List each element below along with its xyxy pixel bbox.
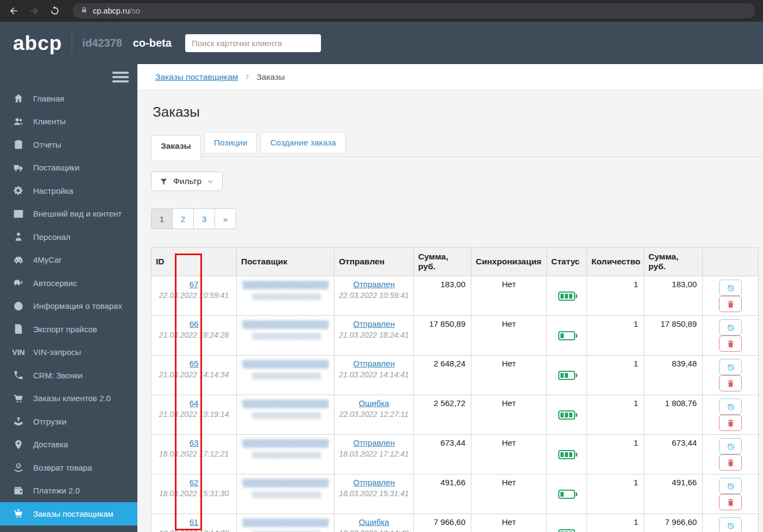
tab-create-order[interactable]: Создание заказа [260,132,345,154]
page-button-»[interactable]: » [215,208,236,229]
delivery-icon [12,439,25,450]
sent-status-link[interactable]: Отправлен [353,438,394,447]
wallet-icon [12,485,25,496]
sidebar-item-label: 4MyCar [33,255,62,264]
autoservice-icon [12,277,25,288]
tab-positions[interactable]: Позиции [204,132,257,154]
chevron-down-icon [207,178,214,185]
sum-rub-2: 17 850,89 [644,316,703,356]
filter-button[interactable]: Фильтр [151,172,223,191]
tab-orders[interactable]: Заказы [151,135,201,160]
sidebar-item-price-export[interactable]: XЭкспорт прайсов [0,318,137,341]
delete-button[interactable] [719,415,742,431]
sum-rub-2: 491,66 [644,474,703,514]
delete-button[interactable] [719,296,742,312]
sum-rub: 17 850,89 [414,316,471,356]
delete-button[interactable] [719,454,742,471]
sidebar-item-staff[interactable]: Персонал [0,225,137,249]
sidebar-item-suppliers[interactable]: Поставщики [0,156,137,180]
order-id-link[interactable]: 66 [190,319,199,328]
page-button-2[interactable]: 2 [172,208,194,229]
sidebar-item-4mycar[interactable]: 4MyCar [0,249,137,272]
address-bar[interactable]: cp.abcp.ru/so [73,3,755,18]
order-id-link[interactable]: 64 [190,398,199,408]
sum-rub-2: 7 966,60 [644,514,703,532]
column-header: Статус [547,248,587,276]
history-button[interactable] [719,517,742,532]
history-button[interactable] [719,319,742,335]
table-row: 62 18.03.2022 15:31:30 Отправлен 18.03.2… [152,474,759,514]
sent-date: 22.03.2022 10:59:41 [339,291,409,300]
breadcrumb-parent-link[interactable]: Заказы поставщикам [155,72,238,82]
column-header: Отправлен [335,248,414,276]
history-button[interactable] [719,478,742,494]
sidebar-item-delivery[interactable]: Доставка [0,433,137,457]
battery-icon-3-bars [558,292,575,301]
sum-rub: 7 966,60 [414,514,471,532]
env-label: co-beta [133,37,172,49]
history-button[interactable] [719,398,742,415]
sum-rub-2: 1 808,76 [644,395,703,435]
order-id-link[interactable]: 61 [190,517,199,527]
sync-value: Нет [471,316,547,356]
history-button[interactable] [719,280,742,296]
page-title: Заказы [153,104,763,121]
forward-arrow-icon[interactable] [28,5,40,17]
sidebar-item-home[interactable]: Главная [0,87,137,110]
delete-button[interactable] [719,375,742,391]
sidebar-item-client-orders[interactable]: Заказы клиентов 2.0 [0,387,137,410]
hamburger-menu-icon[interactable] [112,72,129,83]
order-created-date: 21.03.2022 18:24:28 [156,331,232,339]
sidebar-item-returns[interactable]: Возврат товара [0,456,137,479]
sidebar-item-reports[interactable]: Отчеты [0,133,137,156]
sidebar-item-shipments[interactable]: Отгрузки [0,410,137,433]
sidebar-item-appearance[interactable]: Внешний вид и контент [0,202,137,226]
logo-divider [72,33,72,53]
sidebar-item-supplier-orders[interactable]: Заказы поставщикам [0,502,137,525]
sum-rub: 491,66 [414,474,471,514]
history-button[interactable] [719,359,742,375]
home-icon [12,93,25,104]
order-id-link[interactable]: 67 [190,280,199,289]
sent-status-link[interactable]: Ошибка [359,398,389,408]
appearance-icon [12,208,25,219]
sidebar-item-payments[interactable]: Платежи 2.0 [0,479,137,503]
page-button-3[interactable]: 3 [193,208,215,229]
sidebar-item-autoservice[interactable]: Автосервис [0,271,137,295]
sidebar-item-label: Отгрузки [33,417,67,426]
svg-text:X: X [17,327,20,332]
sidebar-item-clients[interactable]: Клиенты [0,110,137,134]
sidebar-item-label: CRM: Звонки [33,371,83,380]
history-button[interactable] [719,438,742,454]
sent-status-link[interactable]: Отправлен [353,319,394,328]
order-id-link[interactable]: 62 [190,478,199,487]
sidebar: Главная Клиенты Отчеты Поставщики Настро… [0,64,137,532]
sidebar-item-vin-requests[interactable]: VINVIN-запросы [0,341,137,364]
refresh-icon[interactable] [49,5,61,17]
order-id-link[interactable]: 65 [190,359,199,368]
sync-value: Нет [471,435,547,474]
client-search-input[interactable] [185,34,321,52]
sent-status-link[interactable]: Отправлен [353,478,394,487]
sidebar-item-product-info[interactable]: Информация о товарах [0,295,137,318]
page-button-1[interactable]: 1 [151,208,173,229]
sidebar-item-label: VIN-запросы [33,347,81,357]
battery-icon-3-bars [558,410,575,420]
quantity: 1 [587,356,644,395]
sent-status-link[interactable]: Ошибка [359,517,389,527]
column-header: Количество [587,248,644,276]
delete-button[interactable] [719,335,742,352]
order-id-link[interactable]: 63 [190,438,199,447]
sidebar-item-label: Настройка [33,186,73,195]
sent-status-link[interactable]: Отправлен [353,359,394,368]
sidebar-item-crm-calls[interactable]: CRM: Звонки [0,364,137,387]
back-arrow-icon[interactable] [8,5,20,17]
delete-button[interactable] [719,494,742,510]
sidebar-item-label: Экспорт прайсов [33,325,97,334]
sum-rub-2: 839,48 [644,356,703,395]
sent-status-link[interactable]: Отправлен [353,280,394,289]
sidebar-item-settings[interactable]: Настройка [0,179,137,202]
sum-rub: 2 562,72 [414,395,471,435]
car-icon [12,255,25,265]
funnel-icon [160,178,168,186]
